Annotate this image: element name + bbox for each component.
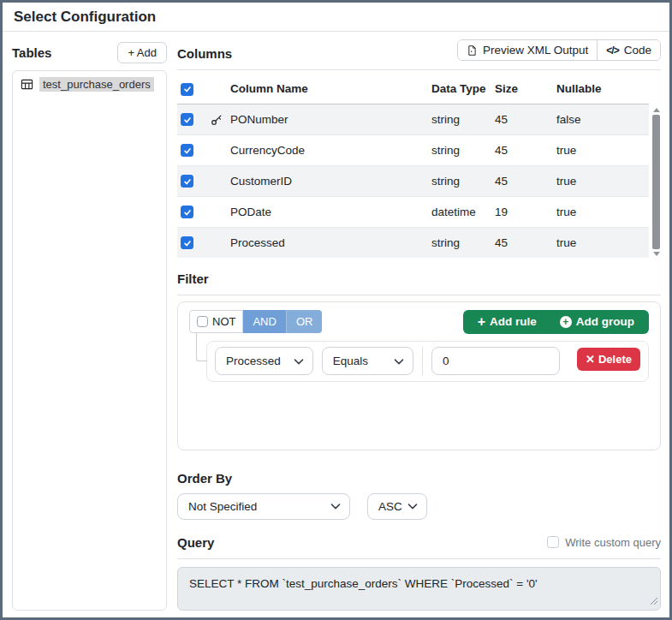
table-row: CustomerID string 45 true [177, 165, 649, 196]
cell-nullable: true [553, 134, 649, 165]
columns-header: Columns Preview XML Output [177, 39, 661, 61]
query-textarea[interactable]: SELECT * FROM `test_purchase_orders` WHE… [177, 567, 661, 611]
row-checkbox[interactable] [181, 144, 193, 157]
write-custom-query-toggle[interactable]: Write custom query [547, 536, 661, 549]
chevron-down-icon [407, 504, 418, 510]
scroll-up-icon[interactable] [653, 108, 660, 112]
cell-size: 45 [491, 134, 553, 165]
cell-nullable: true [553, 196, 649, 227]
header-column-name: Column Name [227, 74, 428, 104]
code-icon: </> [606, 45, 618, 57]
add-rule-button[interactable]: + Add rule [473, 314, 542, 330]
tables-panel-header: Tables + Add [12, 42, 167, 63]
cell-column-name: CustomerID [227, 165, 428, 196]
table-row: PONumber string 45 false [177, 104, 649, 134]
cell-column-name: Processed [227, 227, 428, 258]
not-toggle[interactable]: NOT [189, 310, 243, 333]
header-size: Size [491, 74, 553, 104]
query-header: Query Write custom query [177, 535, 661, 550]
select-all-checkbox[interactable] [181, 83, 193, 96]
chevron-down-icon [330, 504, 341, 510]
cell-size: 45 [491, 227, 553, 258]
columns-table-scrollbar[interactable] [651, 108, 661, 256]
cell-size: 45 [491, 104, 553, 134]
row-checkbox[interactable] [181, 113, 193, 126]
header-nullable: Nullable [553, 74, 649, 104]
columns-divider [177, 69, 661, 70]
row-checkbox[interactable] [181, 175, 193, 188]
row-checkbox[interactable] [181, 236, 193, 249]
output-button-group: Preview XML Output </> Code [457, 39, 661, 61]
cell-column-name: CurrencyCode [227, 134, 428, 165]
query-heading: Query [177, 535, 214, 550]
rule-tree-connector [196, 333, 207, 361]
order-by-heading: Order By [177, 471, 661, 486]
rule-value-input[interactable] [431, 347, 560, 375]
table-row: PODate datetime 19 true [177, 196, 649, 227]
select-configuration-dialog: Select Configuration Tables + Add test_p… [0, 0, 672, 620]
dialog-content: Tables + Add test_purchase_orders [3, 32, 669, 617]
order-by-controls: Not Specified ASC [177, 493, 661, 520]
page-title: Select Configuration [3, 3, 669, 32]
cell-size: 19 [491, 196, 553, 227]
condition-group: NOT AND OR [189, 310, 322, 333]
cell-nullable: true [553, 165, 649, 196]
preview-xml-button[interactable]: Preview XML Output [458, 40, 597, 60]
and-toggle[interactable]: AND [243, 310, 285, 333]
filter-toolbar: NOT AND OR + Add rule + Add group [189, 310, 649, 334]
rule-operator-select[interactable]: Equals [322, 347, 414, 375]
table-row: Processed string 45 true [177, 227, 649, 258]
cell-nullable: false [553, 104, 649, 134]
filter-builder: NOT AND OR + Add rule + Add group [177, 301, 661, 450]
order-direction-select[interactable]: ASC [367, 493, 427, 520]
cell-data-type: string [428, 134, 491, 165]
cell-size: 45 [491, 165, 553, 196]
scroll-down-icon[interactable] [653, 252, 660, 256]
query-divider [177, 558, 661, 559]
main-panel: Columns Preview XML Output [177, 39, 661, 611]
chevron-down-icon [294, 359, 304, 366]
add-group-button[interactable]: + Add group [555, 314, 639, 329]
cell-data-type: string [428, 227, 491, 258]
file-icon [467, 45, 478, 57]
table-list-item[interactable]: test_purchase_orders [21, 77, 158, 92]
tables-panel: Tables + Add test_purchase_orders [12, 39, 167, 611]
filter-rule: Processed Equals ✕ Delete [206, 341, 649, 382]
row-checkbox[interactable] [181, 206, 193, 218]
cell-data-type: string [428, 104, 491, 134]
rule-divider [422, 347, 423, 376]
header-data-type: Data Type [428, 74, 491, 104]
table-icon [21, 78, 33, 91]
plus-circle-icon: + [560, 316, 572, 328]
tables-heading: Tables [12, 45, 51, 60]
add-buttons-group: + Add rule + Add group [463, 310, 649, 334]
custom-query-checkbox[interactable] [547, 536, 559, 548]
plus-icon: + [478, 315, 485, 329]
filter-divider [177, 295, 661, 295]
rule-field-select[interactable]: Processed [215, 347, 313, 375]
order-by-field-select[interactable]: Not Specified [177, 493, 350, 520]
resize-handle-icon[interactable] [650, 595, 658, 608]
cell-data-type: datetime [428, 196, 491, 227]
cell-column-name: PONumber [227, 104, 428, 134]
columns-table: Column Name Data Type Size Nullable [177, 74, 649, 258]
scrollbar-thumb[interactable] [652, 115, 660, 249]
primary-key-icon [211, 114, 223, 126]
cell-nullable: true [553, 227, 649, 258]
cell-column-name: PODate [227, 196, 428, 227]
or-toggle[interactable]: OR [286, 310, 323, 333]
delete-rule-button[interactable]: ✕ Delete [577, 348, 640, 371]
table-row: CurrencyCode string 45 true [177, 134, 649, 165]
tables-list: test_purchase_orders [12, 70, 167, 611]
chevron-down-icon [394, 359, 404, 366]
code-button[interactable]: </> Code [597, 40, 660, 60]
cell-data-type: string [428, 165, 491, 196]
filter-heading: Filter [177, 271, 661, 286]
close-icon: ✕ [586, 353, 595, 366]
columns-heading: Columns [177, 46, 232, 61]
add-table-button[interactable]: + Add [117, 42, 167, 63]
not-checkbox[interactable] [197, 316, 208, 327]
table-name-label: test_purchase_orders [39, 77, 154, 92]
columns-table-header-row: Column Name Data Type Size Nullable [177, 74, 649, 104]
columns-table-wrap: Column Name Data Type Size Nullable [177, 74, 661, 258]
